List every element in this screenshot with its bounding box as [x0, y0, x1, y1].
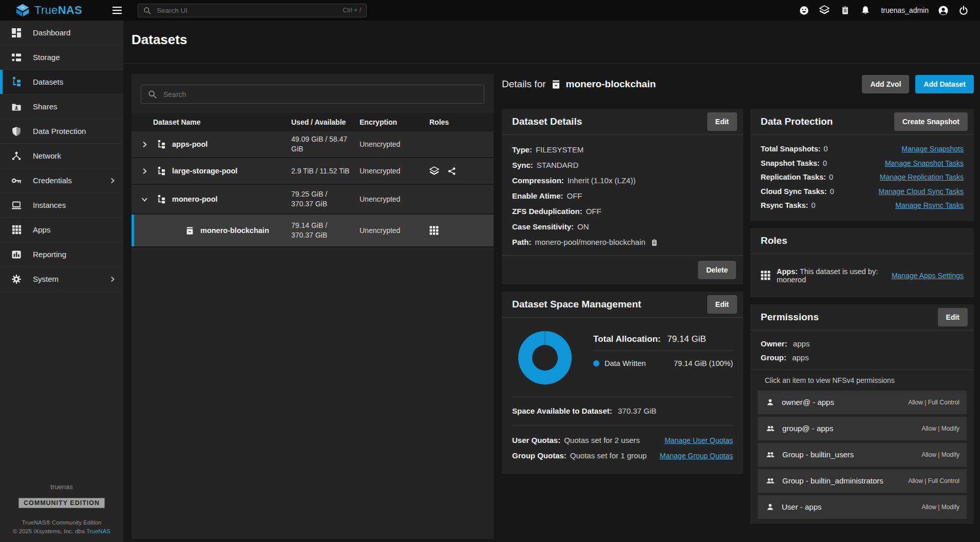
permission-level: Allow | Full Control	[908, 399, 959, 406]
permission-item-group-at[interactable]: group@ - apps Allow | Modify	[758, 417, 967, 440]
manage-user-quotas-link[interactable]: Manage User Quotas	[665, 433, 733, 448]
total-allocation: Total Allocation: 79.14 GiB	[593, 331, 733, 351]
dataset-name: large-storage-pool	[172, 167, 237, 175]
feedback-button[interactable]	[795, 1, 813, 20]
field-value: OFF	[567, 188, 582, 204]
edit-dataset-details-button[interactable]: Edit	[707, 112, 737, 131]
account-menu-button[interactable]	[934, 1, 952, 20]
truenas-footer-link[interactable]: TrueNAS	[86, 528, 110, 534]
row-label: Snapshot Tasks:	[761, 157, 820, 171]
apps-role-layers-icon[interactable]	[429, 166, 439, 176]
field-label: Enable Atime:	[512, 188, 563, 204]
sidebar-item-reporting[interactable]: Reporting	[0, 242, 123, 267]
manage-snapshots-link[interactable]: Manage Snapshots	[901, 142, 964, 157]
details-for-label: Details for	[502, 79, 546, 90]
page-title: Datasets	[131, 32, 974, 48]
edit-permissions-button[interactable]: Edit	[938, 308, 968, 326]
power-menu-button[interactable]	[954, 1, 973, 20]
add-zvol-button[interactable]: Add Zvol	[862, 75, 909, 93]
card-title: Permissions	[761, 312, 819, 323]
sidebar-item-credentials[interactable]: Credentials	[0, 168, 123, 193]
pool-tree-icon	[157, 140, 166, 149]
sidebar-item-datasets[interactable]: Datasets	[0, 70, 123, 94]
sidebar-item-apps[interactable]: Apps	[0, 218, 123, 242]
row-value: 0	[823, 157, 827, 171]
sidebar-item-shares[interactable]: Shares	[0, 94, 123, 119]
permission-item-builtin-administrators[interactable]: Group - builtin_administrators Allow | F…	[758, 469, 967, 493]
used-line2: 370.37 GiB	[291, 230, 360, 240]
directory-services-button[interactable]	[815, 1, 834, 20]
expand-chevron-right-icon[interactable]	[141, 141, 157, 148]
manage-snapshot-tasks-link[interactable]: Manage Snapshot Tasks	[885, 157, 964, 171]
sidebar-item-system[interactable]: System	[0, 267, 123, 292]
space-available-label: Space Available to Dataset:	[512, 407, 612, 415]
permission-item-builtin-users[interactable]: Group - builtin_users Allow | Modify	[758, 443, 967, 467]
user-quotas-label: User Quotas:	[512, 433, 560, 448]
data-protection-card: Data Protection Create Snapshot Total Sn…	[750, 109, 974, 221]
sidebar-item-storage[interactable]: Storage	[0, 45, 123, 70]
selected-dataset-name: monero-blockchain	[566, 79, 656, 90]
apps-grid-icon	[761, 270, 770, 280]
dataset-bin-icon	[185, 226, 194, 235]
sidebar-item-data-protection[interactable]: Data Protection	[0, 119, 123, 144]
dataset-search	[141, 85, 484, 104]
person-icon	[766, 502, 775, 511]
sidebar-item-dashboard[interactable]: Dashboard	[0, 21, 123, 45]
footer-copyright-line: © 2025 iXsystems, Inc. dba TrueNAS	[0, 527, 123, 536]
column-header-used: Used / Available	[291, 118, 360, 126]
stacked-layers-icon	[819, 5, 830, 15]
sidebar-item-label: Instances	[33, 201, 116, 209]
expand-chevron-right-icon[interactable]	[141, 167, 157, 175]
dataset-search-input[interactable]	[162, 90, 477, 99]
permission-item-owner[interactable]: owner@ - apps Allow | Full Control	[758, 391, 967, 414]
table-row-large-storage-pool[interactable]: large-storage-pool 2.9 TiB / 11.52 TiB U…	[131, 158, 494, 185]
sidebar-item-network[interactable]: Network	[0, 144, 123, 168]
manage-group-quotas-link[interactable]: Manage Group Quotas	[660, 448, 733, 463]
share-role-icon[interactable]	[447, 167, 456, 176]
field-value: ON	[577, 219, 589, 235]
apps-role-grid-icon[interactable]	[429, 226, 439, 235]
card-title: Data Protection	[761, 116, 833, 127]
collapse-chevron-down-icon[interactable]	[141, 196, 157, 203]
alerts-button[interactable]	[856, 1, 875, 20]
create-snapshot-button[interactable]: Create Snapshot	[894, 112, 968, 131]
key-icon	[0, 176, 33, 186]
dataset-name: apps-pool	[172, 140, 208, 148]
network-nodes-icon	[0, 151, 33, 161]
permission-item-user-apps[interactable]: User - apps Allow | Modify	[758, 495, 967, 519]
legend-value: 79.14 GiB (100%)	[674, 359, 733, 367]
permission-who: Group - builtin_administrators	[782, 476, 883, 485]
sidenav-toggle-button[interactable]	[109, 3, 125, 17]
sidebar-item-instances[interactable]: Instances	[0, 193, 123, 218]
table-row-monero-blockchain[interactable]: monero-blockchain 79.14 GiB / 370.37 GiB…	[131, 215, 494, 247]
shared-folder-icon	[0, 102, 33, 112]
sidebar-item-label: Network	[33, 151, 116, 160]
storage-icon	[0, 52, 33, 63]
brand-text: TrueNAS	[34, 4, 82, 17]
global-search-input[interactable]	[156, 6, 338, 15]
add-dataset-button[interactable]: Add Dataset	[915, 75, 974, 93]
delete-dataset-button[interactable]: Delete	[698, 261, 736, 279]
search-shortcut-hint: Ctrl + /	[343, 7, 361, 14]
edit-space-button[interactable]: Edit	[707, 295, 737, 314]
row-value: 0	[829, 170, 833, 185]
manage-cloud-sync-tasks-link[interactable]: Manage Cloud Sync Tasks	[879, 185, 964, 199]
smiley-icon	[799, 6, 809, 15]
table-row-apps-pool[interactable]: apps-pool 49.09 GiB / 58.47 GiB Unencryp…	[131, 131, 494, 158]
jobs-button[interactable]	[836, 1, 854, 20]
used-line1: 79.25 GiB /	[291, 189, 360, 199]
owner-row: Owner: apps	[758, 337, 967, 351]
table-row-monero-pool[interactable]: monero-pool 79.25 GiB / 370.37 GiB Unenc…	[131, 185, 494, 215]
manage-apps-settings-link[interactable]: Manage Apps Settings	[892, 272, 964, 280]
sidebar-item-label: Storage	[33, 53, 116, 62]
encryption-status: Unencrypted	[360, 140, 400, 148]
manage-rsync-tasks-link[interactable]: Manage Rsync Tasks	[895, 199, 964, 213]
used-line1: 79.14 GiB /	[291, 221, 360, 230]
datasets-tree-icon	[0, 77, 33, 87]
manage-replication-tasks-link[interactable]: Manage Replication Tasks	[880, 170, 964, 185]
dataset-name: monero-pool	[172, 195, 218, 203]
pool-tree-icon	[157, 167, 166, 176]
group-icon	[766, 450, 775, 459]
copy-path-icon[interactable]	[651, 239, 658, 246]
truenas-logo[interactable]: TrueNAS	[0, 3, 106, 17]
